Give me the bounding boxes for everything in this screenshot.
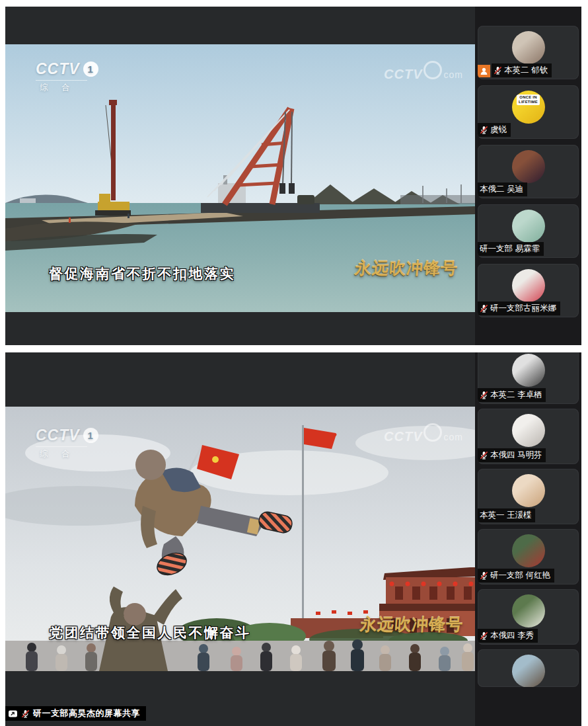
participant-name-label: 本俄四 马明芬 — [478, 448, 546, 462]
participant-label-row: 研一支部 何红艳 — [478, 569, 554, 583]
cctv1-logo: CCTV 1 综 合 — [36, 426, 98, 460]
screen-share-icon — [8, 709, 18, 718]
cctv1-logo: CCTV 1 综 合 — [36, 60, 98, 93]
program-title-bottom: 永远吹冲锋号 — [359, 614, 464, 635]
participant-label-row: 研一支部古丽米娜 — [478, 302, 560, 315]
participant-label-row: 本英二 郁钦 — [478, 63, 552, 77]
participant-name-label: 本俄二 吴迪 — [478, 182, 527, 196]
participant-name-label: 虞锐 — [478, 123, 511, 137]
participant-name-text: 本英一 王湲楪 — [480, 510, 531, 521]
watermark-suffix: com — [444, 69, 463, 80]
avatar — [512, 31, 545, 64]
meeting-screenshot-bottom: CCTV 1 综 合 CCTV com 党团结带领全国人民不懈奋斗 永远吹冲锋号 — [5, 352, 581, 726]
participant-tile[interactable]: ONCE INLIFETIME 虞锐 — [478, 85, 579, 139]
participant-label-row: 本英二 李卓栖 — [478, 388, 546, 402]
active-speaker-badge — [478, 65, 490, 77]
avatar: ONCE INLIFETIME — [512, 91, 545, 124]
participant-tile[interactable]: 研一支部 何红艳 — [478, 529, 579, 585]
participant-name-label: 本英二 郁钦 — [492, 63, 552, 77]
program-title-top: 永远吹冲锋号 — [354, 257, 459, 279]
participant-tile[interactable]: 本英二 郁钦 — [478, 26, 579, 79]
participant-label-row: 虞锐 — [478, 123, 511, 137]
avatar — [512, 269, 545, 302]
shared-screen-area-top: CCTV 1 综 合 CCTV com 督促海南省不折不扣地落实 永远吹冲锋号 — [5, 7, 475, 345]
cctv-logo-text: CCTV — [36, 426, 80, 444]
participant-label-row: 本英一 王湲楪 — [478, 508, 535, 522]
participant-name-text: 本英二 李卓栖 — [490, 389, 542, 401]
mic-muted-icon — [480, 304, 488, 313]
participant-tile[interactable]: 本俄四 李秀 — [478, 589, 579, 645]
mic-muted-icon — [494, 66, 502, 75]
mic-muted-icon — [21, 709, 30, 718]
avatar — [512, 150, 545, 183]
participant-tile[interactable]: 本英二 李卓栖 — [478, 352, 579, 404]
avatar-caption: ONCE INLIFETIME — [517, 95, 540, 105]
participant-tile[interactable]: 本英一 王湲楪 — [478, 469, 579, 524]
avatar — [512, 354, 545, 387]
participant-name-text: 研一支部 易霖霏 — [480, 243, 540, 255]
participant-tile[interactable]: 本俄四 马明芬 — [478, 409, 579, 464]
participant-label-row: 本俄四 李秀 — [478, 629, 538, 643]
participant-name-text: 本英二 郁钦 — [504, 65, 548, 76]
cctv-logo-subtext: 综 合 — [36, 446, 87, 460]
avatar — [512, 474, 545, 507]
participants-sidebar-bottom[interactable]: 本英二 李卓栖 本俄四 马明芬 — [475, 352, 581, 726]
participant-list-top: 本英二 郁钦 ONCE INLIFETIME 虞锐 — [475, 7, 581, 345]
watermark-text: CCTV — [384, 67, 422, 82]
meeting-app-page: CCTV 1 综 合 CCTV com 督促海南省不折不扣地落实 永远吹冲锋号 — [0, 0, 588, 726]
participant-name-label: 本英一 王湲楪 — [478, 508, 535, 522]
broadcast-subtitle-top: 督促海南省不折不扣地落实 — [49, 264, 235, 283]
participant-tile[interactable]: 本俄二 吴迪 — [478, 145, 579, 198]
participant-name-text: 本俄四 马明芬 — [490, 450, 542, 461]
cctvcom-watermark: CCTV com — [384, 429, 463, 444]
video-frame-bottom: CCTV 1 综 合 CCTV com 党团结带领全国人民不懈奋斗 永远吹冲锋号 — [5, 407, 475, 671]
person-icon — [480, 67, 488, 75]
shared-screen-area-bottom: CCTV 1 综 合 CCTV com 党团结带领全国人民不懈奋斗 永远吹冲锋号 — [5, 352, 475, 726]
watermark-suffix: com — [444, 432, 463, 442]
participant-tile[interactable]: 研一支部古丽米娜 — [478, 264, 579, 317]
mic-muted-icon — [480, 126, 488, 134]
participant-name-text: 研一支部 何红艳 — [490, 570, 550, 581]
mic-muted-icon — [480, 631, 488, 640]
share-banner-text: 研一支部高昊杰的屏幕共享 — [33, 707, 140, 719]
participant-tile[interactable] — [478, 649, 579, 687]
video-frame-top: CCTV 1 综 合 CCTV com 督促海南省不折不扣地落实 永远吹冲锋号 — [5, 44, 475, 312]
screen-share-banner: 研一支部高昊杰的屏幕共享 — [5, 706, 146, 721]
watermark-ring-icon — [423, 61, 442, 79]
participant-label-row: 本俄四 马明芬 — [478, 448, 546, 462]
cctv-logo-text: CCTV — [36, 60, 80, 78]
participant-label-row: 研一支部 易霖霏 — [478, 242, 544, 256]
broadcast-subtitle-bottom: 党团结带领全国人民不懈奋斗 — [49, 624, 251, 642]
avatar — [512, 210, 545, 243]
participant-name-label: 研一支部古丽米娜 — [478, 302, 560, 315]
participant-name-label: 研一支部 何红艳 — [478, 569, 554, 583]
cctvcom-watermark: CCTV com — [384, 67, 463, 82]
participant-label-row: 本俄二 吴迪 — [478, 182, 527, 196]
meeting-screenshot-top: CCTV 1 综 合 CCTV com 督促海南省不折不扣地落实 永远吹冲锋号 — [5, 7, 581, 345]
participant-name-text: 虞锐 — [490, 124, 507, 136]
avatar — [512, 414, 545, 447]
participant-name-text: 本俄二 吴迪 — [480, 184, 523, 195]
participant-name-text: 本俄四 李秀 — [490, 630, 534, 641]
participant-name-text: 研一支部古丽米娜 — [490, 303, 556, 314]
participant-tile[interactable]: 研一支部 易霖霏 — [478, 204, 579, 258]
participants-sidebar-top[interactable]: 本英二 郁钦 ONCE INLIFETIME 虞锐 — [475, 7, 581, 345]
watermark-text: CCTV — [384, 429, 422, 444]
mic-muted-icon — [480, 571, 488, 580]
watermark-ring-icon — [423, 423, 442, 442]
participant-name-label: 本俄四 李秀 — [478, 629, 538, 643]
channel-1-badge: 1 — [83, 428, 98, 443]
participant-list-bottom: 本英二 李卓栖 本俄四 马明芬 — [475, 352, 581, 726]
mic-muted-icon — [480, 451, 488, 460]
channel-1-badge: 1 — [83, 61, 98, 77]
mic-muted-icon — [480, 391, 488, 399]
cctv-logo-subtext: 综 合 — [36, 80, 87, 93]
avatar — [512, 655, 545, 687]
avatar — [512, 594, 545, 627]
avatar — [512, 534, 545, 567]
participant-name-label: 研一支部 易霖霏 — [478, 242, 544, 256]
participant-name-label: 本英二 李卓栖 — [478, 388, 546, 402]
